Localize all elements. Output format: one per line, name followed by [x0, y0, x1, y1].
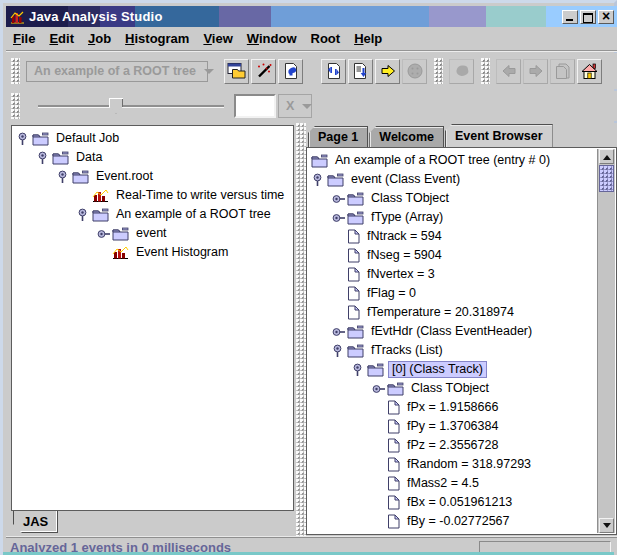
triangle-down-icon	[603, 523, 611, 532]
tab-page-1[interactable]: Page 1	[308, 126, 368, 147]
home-button[interactable]	[577, 59, 602, 84]
doc-icon	[347, 286, 360, 301]
expand-toggle-icon[interactable]	[371, 382, 387, 396]
tree-row[interactable]: fEvtHdr (Class EventHeader)	[307, 322, 598, 341]
load-all-events-button[interactable]	[348, 59, 373, 84]
menu-histogram[interactable]: Histogram	[118, 28, 196, 49]
event-slider[interactable]	[38, 96, 224, 116]
collapse-toggle-icon[interactable]	[16, 131, 32, 146]
main-area: Default JobDataEvent.rootReal-Time to wr…	[6, 123, 617, 536]
open-data-source-button[interactable]	[224, 59, 249, 84]
tree-row[interactable]: fTemperature = 20.318974	[307, 303, 598, 322]
menu-file[interactable]: File	[6, 28, 42, 49]
tree-row[interactable]: fBy = -0.02772567	[307, 512, 598, 531]
tree-row[interactable]: Default Job	[12, 129, 293, 148]
event-number-field[interactable]	[234, 94, 276, 118]
toolbar-grip[interactable]	[481, 58, 490, 84]
tab-jas[interactable]: JAS	[13, 511, 58, 533]
folder-icon	[347, 192, 364, 206]
tree-row[interactable]: fPz = 2.3556728	[307, 436, 598, 455]
slider-track[interactable]	[38, 105, 224, 108]
doc-icon	[387, 495, 400, 510]
axis-combobox: X	[278, 94, 312, 118]
tree-row[interactable]: event (Class Event)	[307, 170, 598, 189]
toolbar-grip[interactable]	[11, 93, 20, 119]
title-bar[interactable]: Java Analysis Studio	[6, 6, 617, 27]
menu-root[interactable]: Root	[304, 28, 348, 49]
split-pane-divider[interactable]	[296, 123, 306, 536]
tree-row[interactable]: fNtrack = 594	[307, 227, 598, 246]
close-button[interactable]	[598, 10, 614, 24]
doc-icon	[347, 267, 360, 282]
document-down-arrow-icon	[352, 62, 369, 80]
gray-circle-icon	[406, 62, 424, 80]
tree-row[interactable]: fRandom = 318.97293	[307, 455, 598, 474]
tab-event-browser[interactable]: Event Browser	[445, 124, 553, 147]
tree-row[interactable]: fBx = 0.051961213	[307, 493, 598, 512]
tree-row[interactable]: Class TObject	[307, 189, 598, 208]
doc-icon	[387, 457, 400, 472]
folder-icon	[92, 208, 109, 222]
doc-icon	[387, 400, 400, 415]
house-icon	[580, 62, 599, 80]
menu-help[interactable]: Help	[347, 28, 389, 49]
menu-window[interactable]: Window	[240, 28, 304, 49]
vertical-scrollbar[interactable]	[597, 149, 615, 533]
magic-wand-icon	[255, 62, 273, 80]
menu-edit[interactable]: Edit	[42, 28, 81, 49]
tree-row[interactable]: fNseg = 5904	[307, 246, 598, 265]
tab-welcome[interactable]: Welcome	[369, 126, 444, 147]
folder-icon	[311, 154, 328, 168]
event-browser-panel: An example of a ROOT tree (entry # 0)eve…	[306, 147, 617, 535]
collapse-toggle-icon[interactable]	[351, 362, 367, 377]
triangle-up-icon	[603, 151, 611, 160]
tree-item-label: fEvtHdr (Class EventHeader)	[368, 324, 535, 339]
tree-row[interactable]: Event.root	[12, 167, 293, 186]
rewind-events-button[interactable]	[321, 59, 346, 84]
slider-thumb[interactable]	[109, 98, 123, 114]
tree-row[interactable]: fMass2 = 4.5	[307, 474, 598, 493]
toolbar-grip[interactable]	[434, 58, 443, 84]
doc-icon	[387, 438, 400, 453]
job-properties-button[interactable]	[278, 59, 303, 84]
scroll-up-button[interactable]	[599, 149, 614, 164]
collapse-toggle-icon[interactable]	[331, 343, 347, 358]
tree-row[interactable]: Real-Time to write versus time	[12, 186, 293, 205]
collapse-toggle-icon[interactable]	[56, 169, 72, 184]
scroll-down-button[interactable]	[599, 518, 614, 533]
folder-icon	[347, 211, 364, 225]
maximize-button[interactable]	[580, 10, 596, 24]
tree-row[interactable]: fPx = 1.9158666	[307, 398, 598, 417]
copy-page-button	[550, 59, 575, 84]
tree-row[interactable]: Class TObject	[307, 379, 598, 398]
data-wizard-button[interactable]	[251, 59, 276, 84]
tree-item-label: fNvertex = 3	[364, 267, 438, 282]
tree-row[interactable]: fPy = 1.3706384	[307, 417, 598, 436]
menu-view[interactable]: View	[196, 28, 239, 49]
tree-row[interactable]: fType (Array)	[307, 208, 598, 227]
forward-button	[523, 59, 548, 84]
tree-row[interactable]: Event Histogram	[12, 243, 293, 262]
expand-toggle-icon[interactable]	[96, 227, 112, 241]
tree-row[interactable]: fTracks (List)	[307, 341, 598, 360]
tree-row[interactable]: event	[12, 224, 293, 243]
menu-job[interactable]: Job	[81, 28, 118, 49]
scrollbar-thumb[interactable]	[599, 165, 614, 192]
doc-icon	[387, 476, 400, 491]
collapse-toggle-icon[interactable]	[36, 150, 52, 165]
minimize-button[interactable]	[562, 10, 578, 24]
right-arrow-icon	[527, 62, 545, 80]
collapse-toggle-icon[interactable]	[76, 207, 92, 222]
tree-row[interactable]: An example of a ROOT tree (entry # 0)	[307, 151, 598, 170]
expand-toggle-icon[interactable]	[331, 211, 347, 225]
tree-row[interactable]: [0] (Class Track)	[307, 360, 598, 379]
next-event-button[interactable]	[375, 59, 400, 84]
tree-row[interactable]: fNvertex = 3	[307, 265, 598, 284]
toolbar-grip[interactable]	[11, 58, 20, 84]
expand-toggle-icon[interactable]	[331, 325, 347, 339]
tree-row[interactable]: Data	[12, 148, 293, 167]
tree-row[interactable]: An example of a ROOT tree	[12, 205, 293, 224]
collapse-toggle-icon[interactable]	[311, 172, 327, 187]
expand-toggle-icon[interactable]	[331, 192, 347, 206]
tree-row[interactable]: fFlag = 0	[307, 284, 598, 303]
